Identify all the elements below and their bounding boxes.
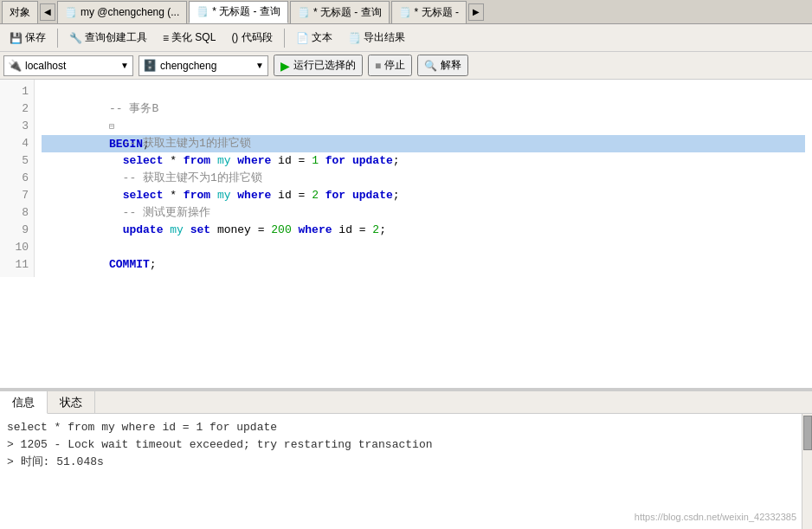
- tab-bar: 对象 ◀ 🗒️ my @chengcheng (... 🗒️ * 无标题 - 查…: [0, 0, 812, 24]
- space-6d: id =: [271, 189, 312, 202]
- run-label: 运行已选择的: [293, 58, 356, 73]
- tab-query-3-label: * 无标题 -: [415, 5, 459, 20]
- semi-6: ;: [393, 189, 400, 202]
- beautify-icon: ≡: [163, 32, 169, 44]
- space-8e: id =: [332, 223, 373, 236]
- host-dropdown-icon: ▼: [120, 61, 129, 70]
- scrollbar[interactable]: [802, 414, 812, 529]
- line-num-4: 4: [5, 135, 29, 152]
- scrollbar-thumb[interactable]: [803, 416, 812, 450]
- table-my-3: my: [170, 223, 184, 236]
- tab-nav-right[interactable]: ▶: [468, 3, 484, 21]
- database-icon: 🗄️: [143, 59, 157, 72]
- sep2: [284, 29, 285, 48]
- space-4e: [319, 154, 325, 167]
- query-builder-label: 查询创建工具: [85, 30, 147, 45]
- explain-label: 解释: [441, 58, 461, 73]
- space-6e: [319, 189, 325, 202]
- kw-where-3: where: [299, 223, 332, 236]
- kw-where-2: where: [237, 189, 271, 202]
- tab-icon-4: 🗒️: [298, 7, 310, 18]
- kw-select-2: select: [123, 189, 164, 202]
- export-button[interactable]: 🗒️ 导出结果: [342, 27, 411, 49]
- code-snippet-button[interactable]: () 代码段: [225, 27, 278, 49]
- tab-query-3[interactable]: 🗒️ * 无标题 -: [391, 1, 467, 23]
- tab-objects-label: 对象: [10, 5, 30, 20]
- line-num-1: 1: [5, 83, 29, 100]
- table-my-1: my: [217, 154, 231, 167]
- export-label: 导出结果: [364, 30, 405, 45]
- watermark: https://blog.csdn.net/weixin_42332385: [635, 508, 796, 526]
- query-builder-button[interactable]: 🔧 查询创建工具: [63, 27, 153, 49]
- bottom-tab-status[interactable]: 状态: [48, 391, 95, 414]
- kw-commit: COMMIT: [109, 258, 150, 271]
- explain-button[interactable]: 🔍 解释: [417, 55, 468, 76]
- bottom-content: select * from my where id = 1 for update…: [0, 414, 812, 529]
- comment-1: -- 事务B: [109, 102, 158, 115]
- database-selector[interactable]: 🗄️ chengcheng ▼: [139, 55, 268, 76]
- editor-content: 1 2 3 4 5 6 7 8 9 10 11 -- 事务B ⊟: [0, 80, 812, 277]
- space-6a: *: [163, 189, 183, 202]
- stop-button[interactable]: ■ 停止: [368, 55, 412, 76]
- save-button[interactable]: 💾 保存: [3, 27, 52, 49]
- indent-6: [109, 189, 123, 202]
- comment-3: -- 获取主键为1的排它锁: [109, 137, 251, 150]
- tab-my-chengcheng[interactable]: 🗒️ my @chengcheng (...: [57, 1, 187, 23]
- sep1: [57, 29, 58, 48]
- indent-8: [109, 223, 123, 236]
- line-num-10: 10: [5, 239, 29, 256]
- connection-bar: 🔌 localhost ▼ 🗄️ chengcheng ▼ ▶ 运行已选择的 ■…: [0, 52, 812, 80]
- space-6f: [345, 189, 352, 202]
- bottom-tab-info-label: 信息: [12, 395, 35, 410]
- text-icon: 📄: [296, 32, 309, 44]
- text-button[interactable]: 📄 文本: [290, 27, 338, 49]
- bottom-tabs: 信息 状态: [0, 391, 812, 414]
- kw-for-2: for: [325, 189, 345, 202]
- code-line-10: COMMIT;: [42, 239, 805, 256]
- line-num-7: 7: [5, 187, 29, 204]
- space-4d: id =: [271, 154, 312, 167]
- tab-nav-left[interactable]: ◀: [40, 3, 55, 21]
- stop-icon: ■: [375, 60, 381, 72]
- explain-icon: 🔍: [424, 60, 437, 72]
- tab-icon-2: 🗒️: [65, 7, 77, 18]
- tab-query-2[interactable]: 🗒️ * 无标题 - 查询: [290, 1, 390, 23]
- kw-update-1: update: [352, 154, 393, 167]
- code-lines[interactable]: -- 事务B ⊟ BEGIN; -- 获取主键为1的排它锁 select * f…: [35, 80, 812, 277]
- save-label: 保存: [25, 30, 46, 45]
- info-line-2: > 1205 - Lock wait timeout exceeded; try…: [7, 436, 805, 454]
- toolbar: 💾 保存 🔧 查询创建工具 ≡ 美化 SQL () 代码段 📄 文本 🗒️ 导出…: [0, 24, 812, 52]
- editor-area[interactable]: 1 2 3 4 5 6 7 8 9 10 11 -- 事务B ⊟: [0, 80, 812, 390]
- num-2b: 2: [372, 223, 379, 236]
- kw-update-2: update: [352, 189, 393, 202]
- stop-label: 停止: [384, 58, 405, 73]
- host-selector[interactable]: 🔌 localhost ▼: [3, 55, 133, 76]
- kw-set: set: [190, 223, 210, 236]
- tab-my-chengcheng-label: my @chengcheng (...: [81, 6, 179, 18]
- num-1: 1: [312, 154, 319, 167]
- kw-update: update: [123, 223, 164, 236]
- bottom-tab-info[interactable]: 信息: [0, 391, 48, 414]
- tab-query-1[interactable]: 🗒️ * 无标题 - 查询: [189, 1, 288, 23]
- space-4b: [210, 154, 217, 167]
- line-num-5: 5: [5, 152, 29, 170]
- beautify-label: 美化 SQL: [171, 30, 216, 45]
- host-value: localhost: [25, 60, 117, 72]
- semi-8: ;: [379, 223, 386, 236]
- space-4a: *: [163, 154, 183, 167]
- run-button[interactable]: ▶ 运行已选择的: [274, 55, 363, 76]
- tab-query-1-label: * 无标题 - 查询: [212, 4, 280, 19]
- tab-objects[interactable]: 对象: [2, 1, 38, 23]
- host-icon: 🔌: [8, 59, 22, 72]
- collapse-icon-2[interactable]: ⊟: [109, 122, 114, 132]
- tab-icon-5: 🗒️: [399, 7, 411, 18]
- kw-from-2: from: [184, 189, 210, 202]
- space-8b: [184, 223, 190, 236]
- bottom-tab-status-label: 状态: [60, 395, 82, 410]
- num-2: 2: [312, 189, 319, 202]
- kw-where: where: [237, 154, 271, 167]
- beautify-button[interactable]: ≡ 美化 SQL: [157, 27, 222, 49]
- space-4f: [345, 154, 352, 167]
- save-icon: 💾: [10, 32, 23, 44]
- kw-for: for: [325, 154, 345, 167]
